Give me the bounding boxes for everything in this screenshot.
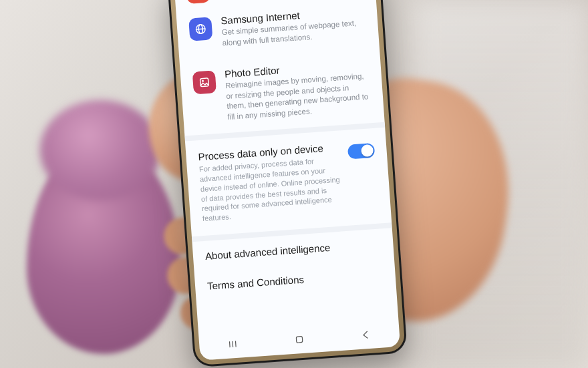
svg-rect-4 (296, 337, 303, 343)
back-button[interactable] (357, 327, 375, 344)
recents-button[interactable] (225, 336, 242, 353)
notes-app-icon (186, 0, 210, 4)
phone-frame: Samsung Internet Get simple summaries of… (167, 0, 408, 367)
settings-list: Samsung Internet Get simple summaries of… (174, 0, 398, 333)
samsung-internet-icon (188, 17, 212, 41)
list-item[interactable]: Photo Editor Reimagine images by moving,… (192, 49, 373, 135)
process-on-device-toggle[interactable] (347, 143, 375, 160)
home-button[interactable] (291, 331, 308, 349)
svg-point-3 (202, 80, 204, 82)
toggle-desc: For added privacy, process data for adva… (198, 154, 345, 224)
phone-screen: Samsung Internet Get simple summaries of… (174, 0, 400, 361)
process-on-device-row[interactable]: Process data only on device For added pr… (197, 128, 380, 236)
photo-editor-icon (192, 70, 216, 94)
list-item-desc: Reimagine images by moving, removing, or… (225, 71, 372, 122)
